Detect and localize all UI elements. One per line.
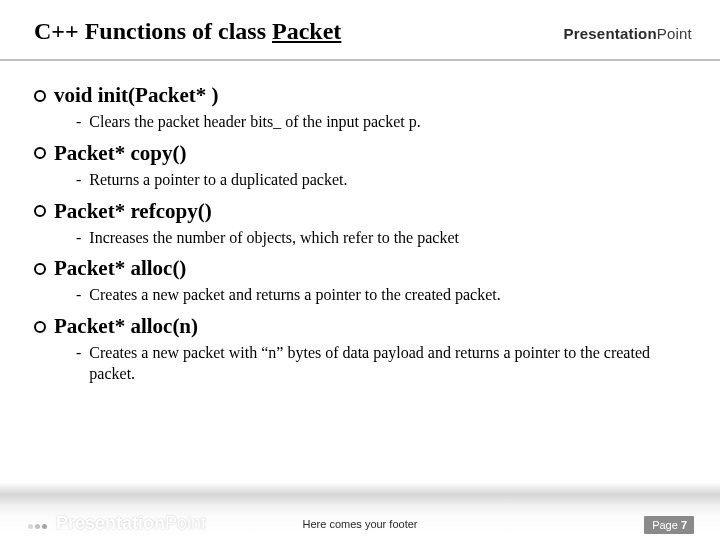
function-item: Packet* copy() - Returns a pointer to a …	[34, 141, 692, 191]
ring-bullet-icon	[34, 147, 46, 159]
function-heading: Packet* copy()	[34, 141, 692, 166]
page-label: Page	[652, 519, 681, 531]
function-heading: Packet* alloc()	[34, 256, 692, 281]
brand-bottom-prefix: Presentation	[56, 513, 165, 533]
function-description-line: - Clears the packet header bits_ of the …	[34, 108, 692, 133]
ring-bullet-icon	[34, 205, 46, 217]
function-item: Packet* alloc(n) - Creates a new packet …	[34, 314, 692, 385]
slide-footer: PresentationPoint Page 7 Here comes your…	[0, 480, 720, 540]
dash-bullet-icon: -	[76, 343, 81, 385]
brand-top-prefix: Presentation	[564, 25, 657, 42]
logo-dots-icon	[28, 524, 47, 529]
ring-bullet-icon	[34, 263, 46, 275]
function-description-line: - Increases the number of objects, which…	[34, 224, 692, 249]
slide-header: C++ Functions of class Packet Presentati…	[0, 0, 720, 59]
ring-bullet-icon	[34, 321, 46, 333]
dash-bullet-icon: -	[76, 285, 81, 306]
slide-title: C++ Functions of class Packet	[34, 18, 341, 45]
function-description: Creates a new packet and returns a point…	[89, 285, 692, 306]
function-description: Increases the number of objects, which r…	[89, 228, 692, 249]
footer-center-text: Here comes your footer	[303, 518, 418, 530]
function-description: Clears the packet header bits_ of the in…	[89, 112, 692, 133]
page-number: 7	[681, 519, 687, 531]
dash-bullet-icon: -	[76, 112, 81, 133]
function-description-line: - Creates a new packet with “n” bytes of…	[34, 339, 692, 385]
function-signature: Packet* refcopy()	[54, 199, 212, 224]
function-heading: void init(Packet* )	[34, 83, 692, 108]
function-item: void init(Packet* ) - Clears the packet …	[34, 83, 692, 133]
function-signature: Packet* copy()	[54, 141, 186, 166]
content-area: void init(Packet* ) - Clears the packet …	[0, 61, 720, 480]
function-description: Returns a pointer to a duplicated packet…	[89, 170, 692, 191]
function-heading: Packet* refcopy()	[34, 199, 692, 224]
dash-bullet-icon: -	[76, 228, 81, 249]
function-item: Packet* alloc() - Creates a new packet a…	[34, 256, 692, 306]
function-description-line: - Returns a pointer to a duplicated pack…	[34, 166, 692, 191]
ring-bullet-icon	[34, 90, 46, 102]
function-signature: void init(Packet* )	[54, 83, 218, 108]
page-indicator: Page 7	[644, 516, 694, 534]
dash-bullet-icon: -	[76, 170, 81, 191]
brand-bottom-suffix: Point	[165, 513, 206, 533]
brand-top-suffix: Point	[657, 25, 692, 42]
function-item: Packet* refcopy() - Increases the number…	[34, 199, 692, 249]
brand-bottom: PresentationPoint	[28, 513, 206, 534]
title-prefix: C++ Functions of class	[34, 18, 272, 44]
function-signature: Packet* alloc(n)	[54, 314, 198, 339]
function-heading: Packet* alloc(n)	[34, 314, 692, 339]
function-description-line: - Creates a new packet and returns a poi…	[34, 281, 692, 306]
function-description: Creates a new packet with “n” bytes of d…	[89, 343, 692, 385]
function-signature: Packet* alloc()	[54, 256, 186, 281]
title-underlined: Packet	[272, 18, 341, 44]
slide: C++ Functions of class Packet Presentati…	[0, 0, 720, 540]
brand-top: PresentationPoint	[564, 25, 692, 42]
